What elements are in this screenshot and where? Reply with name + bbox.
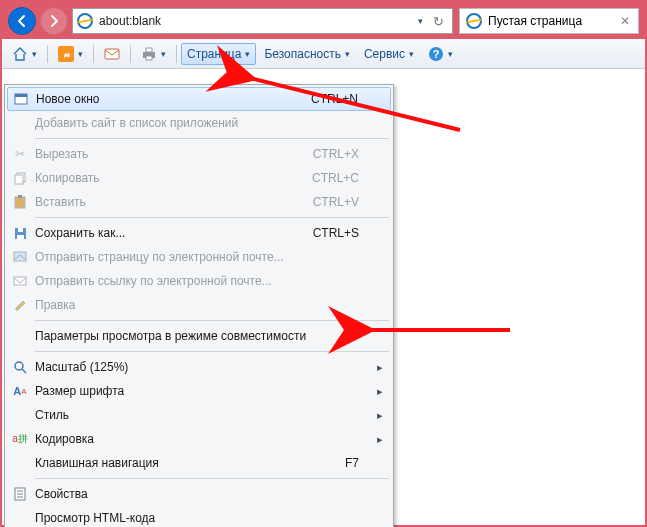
tools-menu-button[interactable]: Сервис ▾ [358,43,420,65]
page-menu-button[interactable]: Страница ▾ [181,43,256,65]
svg-rect-0 [105,49,119,59]
menu-shortcut: CTRL+N [311,92,364,106]
safety-menu-button[interactable]: Безопасность ▾ [258,43,356,65]
menu-label: Правка [33,298,365,312]
menu-label: Свойства [33,487,365,501]
home-icon [12,46,28,62]
menu-encoding[interactable]: a拼 Кодировка [7,427,391,451]
print-button[interactable]: ▾ [135,42,172,66]
menu-label: Клавишная навигация [33,456,345,470]
menu-compatibility-view-settings[interactable]: Параметры просмотра в режиме совместимос… [7,324,391,348]
svg-rect-3 [146,56,152,60]
menu-label: Новое окно [34,92,311,106]
refresh-icon[interactable]: ↻ [429,14,448,29]
chevron-down-icon: ▾ [345,49,350,59]
address-bar[interactable]: about:blank ▾ ↻ [72,8,453,34]
help-icon: ? [428,46,444,62]
command-bar: ▾ 𝓃▾ ▾ Страница ▾ Безопасность ▾ Серв [2,39,645,69]
address-text: about:blank [99,14,412,28]
edit-icon [7,299,33,312]
menu-shortcut: CTRL+V [313,195,365,209]
svg-line-18 [22,369,26,373]
menu-paste: Вставить CTRL+V [7,190,391,214]
ie-icon [77,13,93,29]
menu-text-size[interactable]: AA Размер шрифта [7,379,391,403]
menu-caret-browsing[interactable]: Клавишная навигация F7 [7,451,391,475]
menu-shortcut: CTRL+X [313,147,365,161]
feeds-button[interactable]: 𝓃▾ [52,42,89,66]
text-size-icon: AA [7,385,33,397]
svg-rect-10 [15,197,25,208]
menu-send-link-email: Отправить ссылку по электронной почте... [7,269,391,293]
svg-rect-15 [14,252,26,261]
menu-shortcut: CTRL+C [312,171,365,185]
tab-title: Пустая страница [488,14,582,28]
menu-label: Просмотр HTML-кода [33,511,365,525]
menu-view-source[interactable]: Просмотр HTML-кода [7,506,391,527]
printer-icon [141,46,157,62]
menu-label: Сохранить как... [33,226,313,240]
new-window-icon [8,93,34,105]
send-link-icon [7,275,33,287]
back-button[interactable] [8,7,36,35]
svg-rect-11 [18,195,22,198]
menu-shortcut: F7 [345,456,365,470]
forward-button[interactable] [40,7,68,35]
svg-rect-14 [18,228,23,232]
menu-edit: Правка [7,293,391,317]
page-dropdown-menu: Новое окно CTRL+N Добавить сайт в список… [4,84,394,527]
mail-icon [104,46,120,62]
tools-menu-label: Сервис [364,47,405,61]
svg-rect-7 [15,94,27,97]
properties-icon [7,487,33,501]
menu-label: Кодировка [33,432,365,446]
menu-label: Размер шрифта [33,384,365,398]
close-tab-icon[interactable]: ✕ [618,14,632,28]
svg-point-17 [15,362,23,370]
menu-label: Параметры просмотра в режиме совместимос… [33,329,365,343]
send-page-icon [7,251,33,263]
save-icon [7,227,33,240]
menu-label: Копировать [33,171,312,185]
paste-icon [7,195,33,209]
svg-rect-16 [14,277,26,285]
menu-zoom[interactable]: Масштаб (125%) [7,355,391,379]
menu-add-to-apps: Добавить сайт в список приложений [7,111,391,135]
read-mail-button[interactable] [98,42,126,66]
page-menu-label: Страница [187,47,241,61]
ie-icon [466,13,482,29]
home-button[interactable]: ▾ [6,42,43,66]
menu-cut: ✂ Вырезать CTRL+X [7,142,391,166]
menu-label: Добавить сайт в список приложений [33,116,365,130]
help-menu-button[interactable]: ? ▾ [422,42,459,66]
svg-rect-2 [146,48,152,52]
svg-rect-9 [15,175,23,184]
zoom-icon [7,361,33,374]
copy-icon [7,172,33,185]
svg-text:?: ? [433,48,440,60]
address-dropdown-icon[interactable]: ▾ [418,16,423,26]
menu-save-as[interactable]: Сохранить как... CTRL+S [7,221,391,245]
chevron-down-icon: ▾ [409,49,414,59]
menu-label: Масштаб (125%) [33,360,365,374]
menu-style[interactable]: Стиль [7,403,391,427]
menu-new-window[interactable]: Новое окно CTRL+N [7,87,391,111]
browser-tab[interactable]: Пустая страница ✕ [459,8,639,34]
menu-copy: Копировать CTRL+C [7,166,391,190]
menu-label: Отправить ссылку по электронной почте... [33,274,365,288]
safety-menu-label: Безопасность [264,47,341,61]
menu-send-page-email: Отправить страницу по электронной почте.… [7,245,391,269]
svg-rect-13 [17,235,24,239]
menu-label: Отправить страницу по электронной почте.… [33,250,365,264]
menu-properties[interactable]: Свойства [7,482,391,506]
chevron-down-icon: ▾ [245,49,250,59]
menu-label: Стиль [33,408,365,422]
menu-label: Вставить [33,195,313,209]
cut-icon: ✂ [7,147,33,161]
menu-label: Вырезать [33,147,313,161]
menu-shortcut: CTRL+S [313,226,365,240]
rss-icon: 𝓃 [58,46,74,62]
encoding-icon: a拼 [7,432,33,446]
